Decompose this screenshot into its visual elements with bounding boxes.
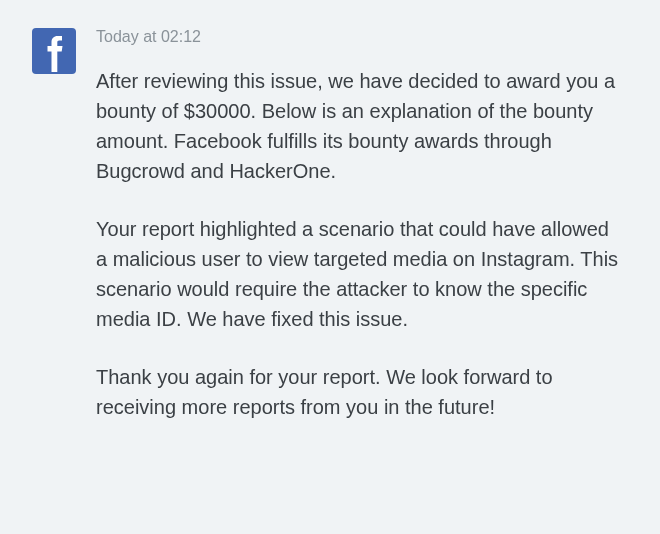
avatar [32, 30, 76, 74]
message-timestamp: Today at 02:12 [96, 28, 620, 46]
message-container: Today at 02:12 After reviewing this issu… [32, 28, 628, 422]
facebook-icon [32, 28, 76, 76]
message-body: After reviewing this issue, we have deci… [96, 66, 620, 422]
message-content: Today at 02:12 After reviewing this issu… [96, 28, 628, 422]
message-paragraph: Thank you again for your report. We look… [96, 362, 620, 422]
message-paragraph: After reviewing this issue, we have deci… [96, 66, 620, 186]
message-paragraph: Your report highlighted a scenario that … [96, 214, 620, 334]
